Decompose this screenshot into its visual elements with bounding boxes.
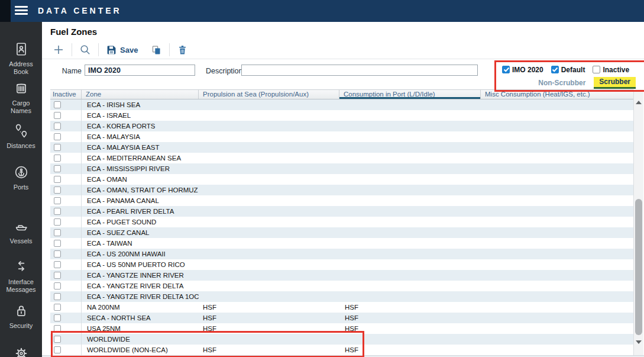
- row-inactive-checkbox[interactable]: [54, 176, 61, 183]
- table-row-worldwide-non-eca[interactable]: WORLDWIDE (NON-ECA) HSF HSF: [50, 345, 633, 355]
- sidebar-item-security[interactable]: Security: [0, 303, 42, 330]
- table-row-eca-mediterranean-sea[interactable]: ECA - MEDITERRANEAN SEA: [50, 153, 633, 163]
- row-inactive-checkbox[interactable]: [54, 218, 61, 226]
- table-row-eca-yangtze-inner-river[interactable]: ECA - YANGTZE INNER RIVER: [50, 270, 633, 281]
- row-inactive-checkbox[interactable]: [54, 304, 61, 311]
- sidebar-item-distances[interactable]: Distances: [0, 123, 42, 150]
- sidebar-item-vessels[interactable]: Vessels: [0, 218, 42, 245]
- save-button[interactable]: Save: [103, 44, 140, 56]
- toolbar-separator: [169, 43, 170, 56]
- table-row-eca-suez-canal[interactable]: ECA - SUEZ CANAL: [50, 227, 633, 238]
- filter-checkbox-row: IMO 2020 Default Inactive: [502, 65, 636, 75]
- checkbox-inactive[interactable]: Inactive: [593, 66, 629, 74]
- sidebar-item-ports[interactable]: Ports: [0, 165, 42, 191]
- misc-consumption-cell: [481, 281, 633, 291]
- copy-button[interactable]: [148, 44, 164, 56]
- name-label: Name: [50, 67, 82, 75]
- propulsion-at-sea-cell: [199, 131, 339, 142]
- scroll-up-arrow[interactable]: [634, 98, 643, 107]
- table-row-eca-oman-strait-of-hormuz[interactable]: ECA - OMAN, STRAIT OF HORMUZ: [50, 185, 633, 195]
- row-inactive-checkbox[interactable]: [54, 208, 61, 215]
- row-inactive-checkbox[interactable]: [54, 197, 61, 204]
- menu-icon[interactable]: [15, 6, 28, 16]
- distances-icon: [0, 123, 42, 141]
- scrollbar-thumb[interactable]: [635, 199, 642, 335]
- sidebar-item-interface-messages[interactable]: Interface Messages: [0, 259, 42, 294]
- tab-non-scrubber[interactable]: Non-Scrubber: [538, 79, 585, 87]
- table-row-eca-israel[interactable]: ECA - ISRAEL: [50, 110, 633, 121]
- sidebar-item-address-book[interactable]: Address Book: [0, 41, 42, 76]
- scrubber-tab-row: Non-ScrubberScrubber: [502, 77, 636, 89]
- sidebar-item-label: Security: [0, 322, 42, 330]
- row-inactive-checkbox[interactable]: [54, 165, 61, 172]
- table-row-eca-us-50nm-puerto-rico[interactable]: ECA - US 50NM PUERTO RICO: [50, 259, 633, 270]
- table-row-eca-mississippi-river[interactable]: ECA - MISSISSIPPI RIVER: [50, 163, 633, 174]
- table-row-na-200nm[interactable]: NA 200NM HSF HSF: [50, 302, 633, 313]
- column-header-inactive[interactable]: Inactive: [50, 90, 82, 99]
- inactive-cell: [50, 345, 82, 355]
- triangle-down-icon: [636, 340, 642, 344]
- table-row-eca-taiwan[interactable]: ECA - TAIWAN: [50, 238, 633, 249]
- checkbox-imo-2020[interactable]: IMO 2020: [502, 66, 543, 74]
- row-inactive-checkbox[interactable]: [54, 123, 61, 130]
- column-header-zone[interactable]: Zone: [82, 90, 199, 99]
- row-inactive-checkbox[interactable]: [54, 314, 61, 321]
- table-row-eca-oman[interactable]: ECA - OMAN: [50, 174, 633, 185]
- row-inactive-checkbox[interactable]: [54, 325, 61, 332]
- name-input[interactable]: [85, 65, 195, 76]
- address-book-icon: [0, 41, 42, 59]
- propulsion-at-sea-cell: [199, 227, 339, 238]
- vertical-scrollbar[interactable]: [633, 89, 643, 355]
- table-row-eca-malaysia[interactable]: ECA - MALAYSIA: [50, 131, 633, 142]
- consumption-in-port-cell: [339, 174, 481, 185]
- sidebar-item-cargo-names[interactable]: Cargo Names: [0, 81, 42, 115]
- add-button[interactable]: [50, 44, 67, 56]
- misc-consumption-cell: [481, 174, 633, 185]
- tab-scrubber[interactable]: Scrubber: [594, 77, 636, 89]
- table-row-eca-panama-canal[interactable]: ECA - PANAMA CANAL: [50, 195, 633, 206]
- table-row-eca-yangtze-river-delta-1oct[interactable]: ECA - YANGTZE RIVER DELTA 1OCT: [50, 291, 633, 302]
- row-inactive-checkbox[interactable]: [54, 346, 61, 353]
- column-header-consumption-in-port-l-d-idle[interactable]: Consumption in Port (L/D/Idle): [339, 90, 481, 99]
- row-inactive-checkbox[interactable]: [54, 112, 61, 119]
- checkbox-label: Default: [561, 66, 585, 74]
- scroll-down-arrow[interactable]: [634, 337, 643, 347]
- delete-button[interactable]: [174, 44, 190, 56]
- row-inactive-checkbox[interactable]: [54, 250, 61, 258]
- table-row-eca-irish-sea[interactable]: ECA - IRISH SEA: [50, 99, 633, 110]
- column-header-propulsion-at-sea-propulsion-aux[interactable]: Propulsion at Sea (Propulsion/Aux): [199, 90, 339, 99]
- inactive-cell: [50, 163, 82, 174]
- row-inactive-checkbox[interactable]: [54, 144, 61, 151]
- table-row-eca-pearl-river-delta[interactable]: ECA - PEARL RIVER DELTA: [50, 206, 633, 217]
- row-inactive-checkbox[interactable]: [54, 133, 61, 140]
- zone-cell: USA 25NM: [82, 323, 199, 334]
- table-row-usa-25nm[interactable]: USA 25NM HSF HSF: [50, 323, 633, 334]
- sidebar-item-settings[interactable]: Settings: [0, 346, 42, 357]
- row-inactive-checkbox[interactable]: [54, 336, 61, 343]
- table-row-eca-us-200nm-hawaii[interactable]: ECA - US 200NM HAWAII: [50, 249, 633, 259]
- row-inactive-checkbox[interactable]: [54, 261, 61, 268]
- table-row-eca-korea-ports[interactable]: ECA - KOREA PORTS: [50, 121, 633, 131]
- checkbox-default[interactable]: Default: [551, 66, 585, 74]
- table-row-eca-malaysia-east[interactable]: ECA - MALAYSIA EAST: [50, 142, 633, 153]
- row-inactive-checkbox[interactable]: [54, 240, 61, 247]
- row-inactive-checkbox[interactable]: [54, 282, 61, 290]
- consumption-in-port-cell: [339, 163, 481, 174]
- row-inactive-checkbox[interactable]: [54, 293, 61, 300]
- zone-cell: WORLDWIDE (NON-ECA): [82, 345, 199, 355]
- table-row-eca-yangtze-river-delta[interactable]: ECA - YANGTZE RIVER DELTA: [50, 281, 633, 291]
- table-row-seca-north-sea[interactable]: SECA - NORTH SEA HSF HSF: [50, 313, 633, 323]
- toolbar-separator: [72, 43, 72, 56]
- row-inactive-checkbox[interactable]: [54, 272, 61, 279]
- row-inactive-checkbox[interactable]: [54, 155, 61, 162]
- row-inactive-checkbox[interactable]: [54, 186, 61, 194]
- column-header-misc-consumption-heat-igs-etc[interactable]: Misc Consumption (Heat/IGS, etc.): [481, 90, 633, 99]
- description-input[interactable]: [241, 65, 478, 76]
- propulsion-at-sea-cell: [199, 185, 339, 195]
- zone-cell: ECA - ISRAEL: [82, 110, 199, 121]
- search-button[interactable]: [77, 44, 93, 56]
- row-inactive-checkbox[interactable]: [54, 229, 61, 236]
- row-inactive-checkbox[interactable]: [54, 101, 61, 108]
- table-row-eca-puget-sound[interactable]: ECA - PUGET SOUND: [50, 217, 633, 227]
- table-row-worldwide[interactable]: WORLDWIDE: [50, 334, 633, 345]
